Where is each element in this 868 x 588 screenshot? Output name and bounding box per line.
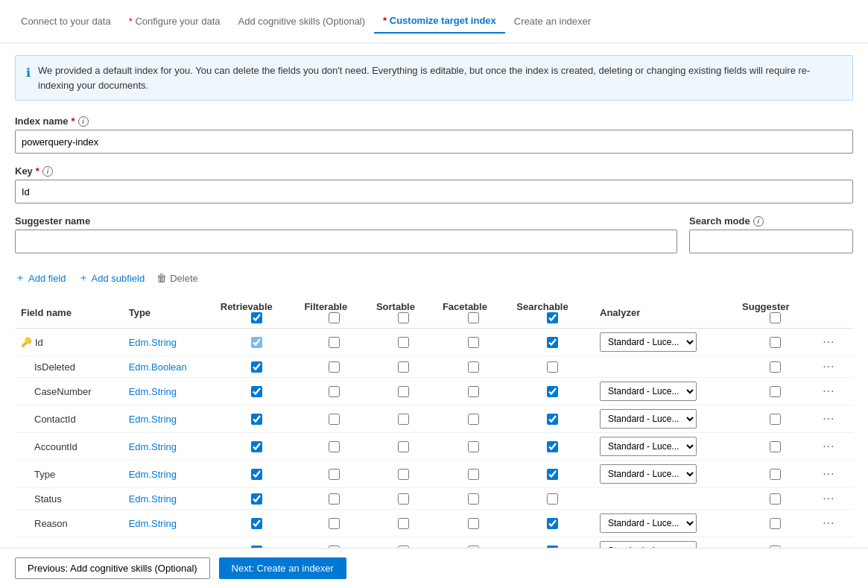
- suggester-checkbox[interactable]: [770, 469, 781, 480]
- retrievable-checkbox[interactable]: [251, 337, 262, 348]
- index-name-info-icon[interactable]: i: [78, 116, 89, 127]
- add-subfield-button[interactable]: ＋ Add subfield: [78, 268, 145, 288]
- sortable-checkbox[interactable]: [398, 441, 409, 452]
- suggester-checkbox[interactable]: [770, 361, 781, 373]
- filterable-checkbox[interactable]: [329, 361, 340, 373]
- more-options-button[interactable]: ···: [820, 411, 837, 426]
- facetable-checkbox[interactable]: [468, 441, 479, 452]
- header-cb-suggester[interactable]: [770, 312, 781, 323]
- analyzer-cell: Standard - Luce...: [594, 510, 736, 537]
- filterable-checkbox[interactable]: [329, 386, 340, 397]
- facetable-checkbox[interactable]: [468, 518, 479, 529]
- suggester-input[interactable]: [15, 230, 677, 253]
- retrievable-cell: [215, 510, 299, 537]
- delete-button[interactable]: 🗑 Delete: [156, 269, 198, 287]
- header-cb-searchable[interactable]: [547, 312, 558, 323]
- field-name-cell: CaseNumber: [15, 378, 123, 405]
- suggester-checkbox[interactable]: [770, 518, 781, 529]
- filterable-checkbox[interactable]: [329, 469, 340, 480]
- retrievable-checkbox[interactable]: [251, 518, 262, 529]
- table-scroll-area[interactable]: Field name Type Retrievable Filterable: [15, 297, 853, 588]
- searchable-checkbox[interactable]: [547, 518, 558, 529]
- analyzer-select[interactable]: Standard - Luce...: [600, 437, 697, 456]
- sortable-cell: [370, 510, 437, 537]
- facetable-checkbox[interactable]: [468, 493, 479, 505]
- filterable-checkbox[interactable]: [329, 414, 340, 425]
- more-options-button[interactable]: ···: [820, 334, 837, 350]
- facetable-checkbox[interactable]: [468, 361, 479, 373]
- nav-step-cognitive[interactable]: Add cognitive skills (Optional): [229, 10, 375, 33]
- analyzer-select[interactable]: Standard - Luce...: [600, 409, 697, 429]
- facetable-checkbox[interactable]: [468, 414, 479, 425]
- suggester-checkbox[interactable]: [770, 337, 781, 348]
- analyzer-select[interactable]: Standard - Luce...: [600, 332, 697, 352]
- facetable-checkbox[interactable]: [468, 337, 479, 348]
- facetable-checkbox[interactable]: [468, 469, 479, 480]
- analyzer-select[interactable]: Standard - Luce...: [600, 464, 697, 484]
- add-field-button[interactable]: ＋ Add field: [15, 268, 66, 288]
- key-input[interactable]: [15, 180, 853, 203]
- nav-step-indexer[interactable]: Create an indexer: [505, 10, 600, 33]
- searchable-checkbox[interactable]: [547, 414, 558, 425]
- more-options-button[interactable]: ···: [820, 358, 837, 374]
- suggester-checkbox[interactable]: [770, 386, 781, 397]
- sortable-checkbox[interactable]: [398, 361, 409, 373]
- searchable-cell: [510, 378, 594, 405]
- suggester-checkbox[interactable]: [770, 414, 781, 425]
- retrievable-checkbox[interactable]: [251, 493, 262, 505]
- more-options-button[interactable]: ···: [820, 515, 837, 531]
- filterable-checkbox[interactable]: [329, 493, 340, 505]
- retrievable-checkbox[interactable]: [251, 469, 262, 480]
- more-options-button[interactable]: ···: [820, 383, 837, 399]
- analyzer-select[interactable]: Standard - Luce...: [600, 513, 697, 533]
- table-row: AccountIdEdm.StringStandard - Luce...···: [15, 433, 853, 461]
- searchable-checkbox[interactable]: [547, 337, 558, 348]
- nav-step-connect[interactable]: Connect to your data: [12, 10, 120, 33]
- sortable-checkbox[interactable]: [398, 386, 409, 397]
- retrievable-checkbox[interactable]: [251, 386, 262, 397]
- retrievable-checkbox[interactable]: [251, 414, 262, 425]
- more-options-button[interactable]: ···: [820, 490, 837, 506]
- searchable-checkbox[interactable]: [547, 441, 558, 452]
- searchable-checkbox[interactable]: [547, 386, 558, 397]
- type-cell: Edm.String: [123, 488, 215, 510]
- suggester-checkbox[interactable]: [770, 441, 781, 452]
- nav-step-configure[interactable]: Configure your data: [120, 10, 229, 33]
- key-info-icon[interactable]: i: [42, 166, 53, 177]
- searchable-checkbox[interactable]: [547, 469, 558, 480]
- filterable-checkbox[interactable]: [329, 441, 340, 452]
- index-name-input[interactable]: [15, 130, 853, 154]
- type-cell: Edm.String: [123, 433, 215, 461]
- header-cb-sortable[interactable]: [398, 312, 409, 323]
- retrievable-cell: [215, 433, 299, 461]
- main-content: ℹ We provided a default index for you. Y…: [0, 43, 868, 588]
- searchable-checkbox[interactable]: [547, 361, 558, 373]
- add-field-icon: ＋: [15, 271, 25, 285]
- facetable-checkbox[interactable]: [468, 386, 479, 397]
- sortable-checkbox[interactable]: [398, 469, 409, 480]
- search-mode-info-icon[interactable]: i: [753, 216, 764, 227]
- suggester-checkbox[interactable]: [770, 493, 781, 505]
- filterable-checkbox[interactable]: [329, 518, 340, 529]
- field-name-cell: Type: [15, 461, 123, 488]
- search-mode-input[interactable]: [689, 230, 853, 253]
- more-options-cell: ···: [814, 461, 853, 488]
- sortable-checkbox[interactable]: [398, 414, 409, 425]
- filterable-checkbox[interactable]: [329, 337, 340, 348]
- previous-button[interactable]: Previous: Add cognitive skills (Optional…: [15, 557, 210, 579]
- nav-step-customize[interactable]: Customize target index: [374, 9, 505, 34]
- sortable-checkbox[interactable]: [398, 493, 409, 505]
- searchable-checkbox[interactable]: [547, 493, 558, 505]
- retrievable-checkbox[interactable]: [251, 361, 262, 373]
- more-options-button[interactable]: ···: [820, 466, 837, 481]
- header-cb-retrievable[interactable]: [251, 312, 262, 323]
- next-button[interactable]: Next: Create an indexer: [219, 557, 346, 579]
- sortable-checkbox[interactable]: [398, 518, 409, 529]
- header-cb-filterable[interactable]: [329, 312, 340, 323]
- more-options-button[interactable]: ···: [820, 438, 837, 454]
- header-cb-facetable[interactable]: [468, 312, 479, 323]
- retrievable-checkbox[interactable]: [251, 441, 262, 452]
- sortable-checkbox[interactable]: [398, 337, 409, 348]
- analyzer-select[interactable]: Standard - Luce...: [600, 382, 697, 401]
- sortable-cell: [370, 405, 437, 433]
